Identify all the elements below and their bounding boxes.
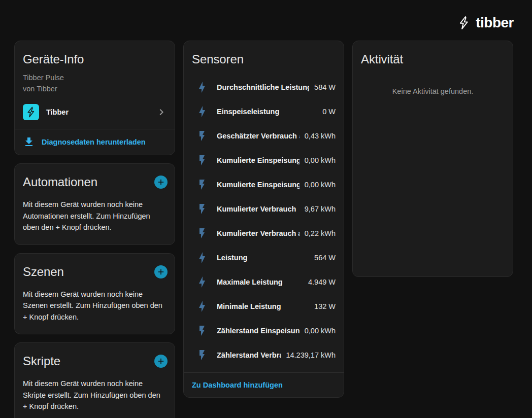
page-header: tibber	[457, 15, 514, 30]
sensor-row[interactable]: Zählerstand Verbra…14.239,17 kWh	[184, 343, 344, 367]
activity-card: Aktivität Keine Aktivität gefunden.	[352, 41, 513, 277]
automations-empty-text: Mit diesem Gerät wurden noch keine Autom…	[15, 195, 175, 245]
flash-icon	[192, 175, 212, 195]
add-to-dashboard-link[interactable]: Zu Dashboard hinzufügen	[184, 373, 344, 397]
activity-empty-text: Keine Aktivität gefunden.	[353, 87, 513, 95]
automations-title: Automationen	[15, 164, 154, 195]
flash-icon	[192, 126, 212, 146]
lightning-bolt-icon	[192, 248, 212, 268]
sensor-row[interactable]: Geschätzter Verbrauch a…0,43 kWh	[184, 124, 344, 148]
flash-icon	[192, 345, 212, 365]
sensor-list: Durchschnittliche Leistung584 WEinspeise…	[184, 72, 344, 372]
lightning-bolt-icon	[192, 296, 212, 317]
automations-card: Automationen Mit diesem Gerät wurden noc…	[14, 163, 175, 245]
sensor-row[interactable]: Kumulierte Einspeisung0,00 kWh	[184, 148, 344, 172]
scenes-title: Szenen	[15, 254, 154, 285]
add-scene-button[interactable]	[154, 265, 168, 278]
chevron-right-icon	[155, 106, 168, 118]
device-manufacturer: von Tibber	[15, 83, 175, 94]
lightning-bolt-icon	[192, 272, 212, 292]
sensor-name: Maximale Leistung	[217, 278, 303, 286]
left-column: Geräte-Info Tibber Pulse von Tibber Tibb…	[14, 41, 175, 418]
sensor-row[interactable]: Minimale Leistung132 W	[184, 294, 344, 319]
sensor-row[interactable]: Einspeiseleistung0 W	[184, 99, 344, 124]
sensor-row[interactable]: Maximale Leistung4.949 W	[184, 270, 344, 294]
middle-column: Sensoren Durchschnittliche Leistung584 W…	[183, 41, 344, 398]
sensor-name: Einspeiseleistung	[217, 108, 317, 116]
scenes-empty-text: Mit diesem Gerät wurden noch keine Szene…	[15, 285, 175, 334]
scripts-card: Skripte Mit diesem Gerät wurden noch kei…	[14, 342, 175, 418]
sensor-value: 564 W	[314, 254, 336, 262]
device-model: Tibber Pulse	[15, 72, 175, 83]
add-automation-button[interactable]	[154, 176, 168, 189]
sensor-value: 0,43 kWh	[305, 132, 336, 140]
scripts-empty-text: Mit diesem Gerät wurden noch keine Skrip…	[15, 374, 175, 418]
device-info-card: Geräte-Info Tibber Pulse von Tibber Tibb…	[14, 41, 175, 155]
sensor-row[interactable]: Durchschnittliche Leistung584 W	[184, 75, 344, 99]
download-icon	[23, 136, 35, 148]
sensor-row[interactable]: Leistung564 W	[184, 246, 344, 270]
scenes-card: Szenen Mit diesem Gerät wurden noch kein…	[14, 253, 175, 335]
tibber-integration-icon	[23, 104, 39, 120]
sensor-value: 0,00 kWh	[305, 181, 336, 189]
sensor-value: 132 W	[314, 302, 336, 310]
activity-title: Aktivität	[353, 41, 513, 72]
right-column: Aktivität Keine Aktivität gefunden.	[352, 41, 513, 277]
sensor-name: Kumulierter Verbrauch a…	[217, 229, 300, 237]
add-script-button[interactable]	[154, 355, 168, 368]
sensor-name: Zählerstand Einspeisung	[217, 327, 300, 335]
device-page: Geräte-Info Tibber Pulse von Tibber Tibb…	[14, 41, 513, 418]
plus-icon	[156, 267, 165, 276]
lightning-bolt-icon	[192, 101, 212, 122]
sensor-row[interactable]: Kumulierter Verbrauch9,67 kWh	[184, 197, 344, 221]
plus-icon	[156, 178, 165, 187]
flash-icon	[192, 321, 212, 341]
integration-row[interactable]: Tibber	[15, 94, 175, 129]
plus-icon	[156, 357, 165, 366]
sensor-row[interactable]: Kumulierter Verbrauch a…0,22 kWh	[184, 221, 344, 246]
sensor-value: 584 W	[314, 83, 336, 91]
sensor-name: Durchschnittliche Leistung	[217, 83, 309, 91]
sensor-value: 0,22 kWh	[305, 229, 336, 237]
integration-name: Tibber	[46, 108, 148, 116]
sensor-value: 0 W	[322, 108, 336, 116]
flash-icon	[192, 223, 212, 243]
scripts-title: Skripte	[15, 343, 154, 374]
sensors-title: Sensoren	[184, 41, 344, 72]
download-diagnostics-link[interactable]: Diagnosedaten herunterladen	[15, 129, 175, 155]
sensor-value: 14.239,17 kWh	[286, 351, 336, 359]
lightning-bolt-icon	[192, 77, 212, 97]
sensor-name: Kumulierte Einspeisung	[217, 156, 300, 164]
sensor-name: Geschätzter Verbrauch a…	[217, 132, 300, 140]
sensor-row[interactable]: Zählerstand Einspeisung0,00 kWh	[184, 319, 344, 343]
tibber-logo-icon	[457, 15, 471, 30]
sensor-name: Zählerstand Verbra…	[217, 351, 281, 359]
sensor-value: 9,67 kWh	[305, 205, 336, 213]
sensor-name: Kumulierter Verbrauch	[217, 205, 300, 213]
sensor-row[interactable]: Kumulierte Einspeisung l…0,00 kWh	[184, 172, 344, 197]
sensor-name: Kumulierte Einspeisung l…	[217, 181, 300, 189]
sensor-value: 4.949 W	[308, 278, 336, 286]
device-info-title: Geräte-Info	[15, 41, 175, 72]
tibber-wordmark: tibber	[476, 16, 514, 30]
sensor-name: Minimale Leistung	[217, 302, 309, 310]
sensors-card: Sensoren Durchschnittliche Leistung584 W…	[183, 41, 344, 398]
flash-icon	[192, 199, 212, 219]
sensor-value: 0,00 kWh	[305, 156, 336, 164]
sensor-name: Leistung	[217, 254, 309, 262]
sensor-value: 0,00 kWh	[305, 327, 336, 335]
flash-icon	[192, 150, 212, 170]
